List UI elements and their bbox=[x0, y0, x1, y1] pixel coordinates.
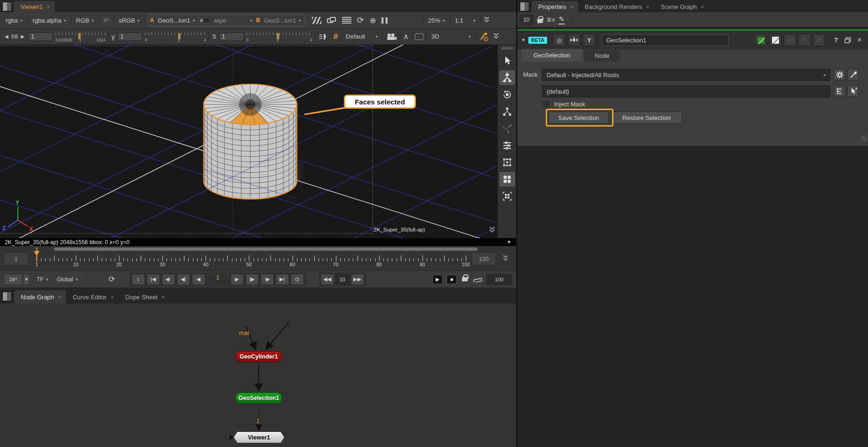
viewport-collapse-chevrons-icon[interactable] bbox=[489, 226, 495, 235]
view-preset-dropdown[interactable]: Default▾ bbox=[344, 33, 380, 40]
fstop-label[interactable]: f/8 bbox=[11, 33, 18, 40]
help-icon[interactable]: ? bbox=[831, 36, 841, 44]
select-faces-mode[interactable] bbox=[500, 172, 515, 186]
pane-menu-icon[interactable] bbox=[2, 1, 12, 12]
gear-icon[interactable] bbox=[834, 69, 845, 80]
tab-curve-editor[interactable]: Curve Editor × bbox=[66, 290, 119, 303]
wrench-icon[interactable]: Y bbox=[583, 34, 595, 46]
flipbook-stop-icon[interactable]: ■ bbox=[446, 275, 457, 284]
flipbook-play-icon[interactable]: ▶ bbox=[432, 275, 443, 284]
node-glyph-icon[interactable] bbox=[568, 34, 580, 46]
revert-icon[interactable]: ⟳ bbox=[813, 34, 825, 46]
unlock-icon[interactable] bbox=[537, 16, 543, 23]
gain-slider[interactable]: 0.015625 1 1024 bbox=[56, 32, 105, 42]
panel-stack-limit-input[interactable] bbox=[519, 15, 534, 25]
collapse-triangle-icon[interactable]: ▼ bbox=[521, 38, 526, 42]
close-icon[interactable]: × bbox=[47, 3, 50, 10]
tab-background-renders[interactable]: Background Renders × bbox=[578, 1, 654, 12]
timeline-mode-dropdown[interactable]: TF▾ bbox=[35, 276, 50, 283]
soft-transform-tool[interactable] bbox=[500, 121, 515, 136]
headlamp-icon[interactable] bbox=[319, 32, 329, 41]
zoom-level-dropdown[interactable]: 25%▾ bbox=[426, 17, 447, 24]
go-to-end-button[interactable]: ▶| bbox=[276, 274, 289, 285]
tab-node[interactable]: Node bbox=[584, 50, 620, 62]
redo-icon[interactable]: ↷ bbox=[798, 34, 811, 46]
pause-icon[interactable]: ▌▌ bbox=[382, 17, 390, 23]
translate-tool[interactable] bbox=[500, 71, 515, 85]
grid-snap-icon[interactable]: # bbox=[334, 32, 338, 41]
input-process-button[interactable]: IP bbox=[102, 16, 111, 24]
save-selection-button[interactable]: Save Selection bbox=[549, 112, 609, 124]
saturation-input[interactable] bbox=[219, 32, 244, 41]
color-sampler-icon[interactable]: i bbox=[479, 32, 489, 41]
tool-column-slider[interactable] bbox=[501, 47, 513, 49]
scale-tool[interactable] bbox=[500, 104, 515, 119]
eyedropper-icon[interactable] bbox=[847, 69, 859, 80]
proxy-dropdown[interactable]: 1:1▾ bbox=[453, 17, 478, 24]
refresh-icon[interactable]: ⟳ bbox=[357, 15, 364, 25]
select-object-mode[interactable] bbox=[500, 189, 515, 203]
timeline[interactable]: 1 1102030405060708090100 1 100 bbox=[0, 246, 516, 271]
bbox-handles-tool[interactable] bbox=[500, 155, 515, 169]
alpha-layer-dropdown[interactable]: rgba.alpha▾ bbox=[31, 17, 68, 24]
node-geocylinder1[interactable]: GeoCylinder1 bbox=[235, 351, 282, 362]
go-to-start-button[interactable]: |◀ bbox=[147, 274, 160, 285]
restore-selection-button[interactable]: Restore Selection bbox=[611, 112, 682, 124]
gamma-slider[interactable]: 0 1 4 bbox=[145, 32, 206, 42]
close-icon[interactable]: × bbox=[111, 294, 114, 301]
roi-crosshair-icon[interactable]: ⊕ bbox=[370, 16, 376, 25]
float-panel-icon[interactable] bbox=[843, 37, 852, 43]
pane-menu-icon[interactable] bbox=[2, 291, 12, 302]
viewport-3d-canvas[interactable]: Y Z X 2K_Super_35(full-ap) bbox=[0, 45, 497, 238]
collapse-chevrons-icon[interactable] bbox=[484, 16, 490, 24]
colorspace-dropdown[interactable]: sRGB▾ bbox=[117, 17, 142, 24]
node-geoselection1[interactable]: GeoSelection1 bbox=[235, 392, 282, 404]
select-cursor-tool[interactable] bbox=[500, 54, 515, 68]
center-node-icon[interactable]: ◎ bbox=[553, 34, 565, 46]
loop-mode-icon[interactable]: ⟳ bbox=[108, 274, 115, 284]
close-panel-icon[interactable]: × bbox=[855, 36, 864, 44]
gl-color-swatch[interactable] bbox=[769, 34, 781, 46]
panel-resize-grip[interactable] bbox=[861, 136, 867, 141]
fps-value[interactable]: 24* bbox=[4, 274, 23, 285]
mask-dropdown[interactable]: Default - Injected/All Roots ▾ bbox=[542, 69, 830, 81]
layer-dropdown[interactable]: rgba▾ bbox=[4, 17, 24, 24]
viewport-3d[interactable]: Y Z X 2K_Super_35(full-ap) Faces selecte… bbox=[0, 45, 516, 238]
range-end-box[interactable]: 100 bbox=[471, 252, 496, 265]
edit-pencil-icon[interactable]: ✎ bbox=[558, 15, 565, 24]
overlay-panels-icon[interactable] bbox=[327, 17, 336, 24]
tab-scene-graph[interactable]: Scene Graph × bbox=[654, 1, 709, 12]
node-color-swatch[interactable] bbox=[755, 34, 767, 46]
close-all-panels-icon[interactable]: ≣x bbox=[547, 16, 555, 23]
playback-range-value[interactable]: 100 bbox=[486, 274, 512, 285]
info-dropdown-icon[interactable]: ▼ bbox=[507, 239, 511, 245]
edit-sliders-tool[interactable] bbox=[500, 138, 515, 152]
play-backward-button[interactable]: ◀ bbox=[192, 274, 205, 285]
view-mode-3d-dropdown[interactable]: 3D▾ bbox=[430, 33, 473, 40]
close-icon[interactable]: × bbox=[570, 3, 573, 10]
skip-forward-button[interactable]: ▶▶ bbox=[351, 274, 364, 285]
timeline-collapse-chevrons-icon[interactable] bbox=[502, 255, 509, 263]
fstop-next-icon[interactable]: ▶ bbox=[21, 34, 24, 39]
saturation-slider[interactable]: 0 1 4 bbox=[247, 32, 312, 42]
marquee-select-icon[interactable] bbox=[415, 33, 423, 40]
next-keyframe-button[interactable]: ·▶ bbox=[261, 274, 274, 285]
close-icon[interactable]: × bbox=[58, 294, 62, 301]
tab-dope-sheet[interactable]: Dope Sheet × bbox=[119, 290, 169, 303]
tab-properties[interactable]: Properties × bbox=[532, 1, 578, 12]
pane-menu-icon[interactable] bbox=[519, 1, 530, 12]
mat-input-label[interactable]: mat bbox=[239, 329, 249, 336]
collapse-chevrons-icon[interactable] bbox=[493, 32, 499, 41]
close-icon[interactable]: × bbox=[646, 3, 650, 10]
curve-tool-icon[interactable]: ∧ bbox=[403, 32, 409, 41]
node-graph-canvas[interactable]: mat GeoCylinder1 GeoSelection1 1 Viewer1 bbox=[0, 303, 516, 447]
gain-input[interactable] bbox=[28, 32, 53, 41]
undo-icon[interactable]: ↶ bbox=[784, 34, 796, 46]
tab-node-graph[interactable]: Node Graph × bbox=[14, 290, 66, 303]
close-icon[interactable]: × bbox=[701, 3, 704, 10]
wipe-toggle[interactable] bbox=[199, 18, 210, 23]
scene-tree-icon[interactable] bbox=[834, 85, 845, 97]
lock-range-icon[interactable] bbox=[461, 274, 469, 285]
current-frame-value[interactable]: 1 bbox=[207, 274, 229, 285]
frame-ruler[interactable]: 1102030405060708090100 bbox=[0, 246, 489, 271]
